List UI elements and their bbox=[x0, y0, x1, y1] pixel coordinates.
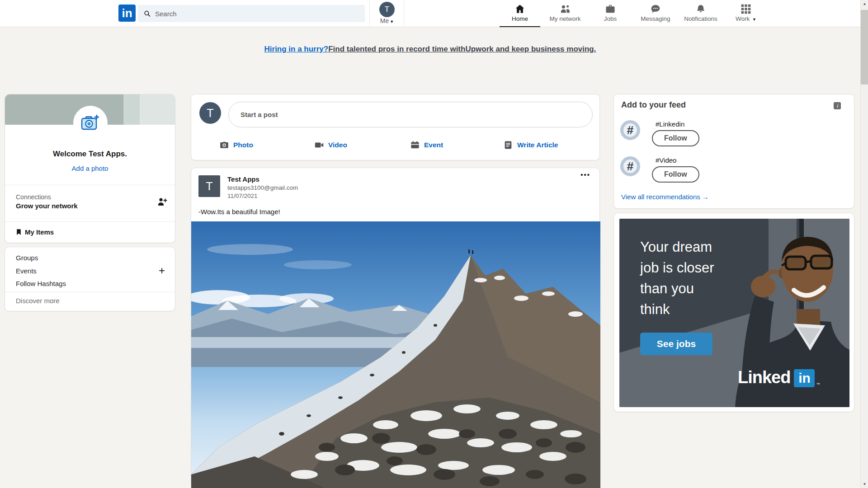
top-navigation-bar: in T Me▼ Home My network Jobs bbox=[0, 0, 860, 27]
nav-item-notifications[interactable]: Notifications bbox=[678, 0, 723, 27]
me-label-text: Me bbox=[380, 17, 389, 24]
messaging-icon bbox=[650, 3, 661, 15]
welcome-text: Welcome Test Apps. bbox=[5, 150, 175, 159]
nav-item-jobs[interactable]: Jobs bbox=[588, 0, 633, 27]
ad-card: Your dream job is closer than you think … bbox=[613, 213, 854, 412]
nav-item-work[interactable]: Work ▼ bbox=[723, 0, 769, 27]
grow-network-link[interactable]: Grow your network bbox=[16, 202, 78, 210]
bookmark-icon bbox=[15, 228, 23, 236]
brand-trademark: ™ bbox=[816, 382, 820, 387]
ad-headline-line: than you bbox=[640, 278, 714, 299]
nav-divider bbox=[369, 0, 370, 27]
scrollbar-down-arrow[interactable]: ▼ bbox=[861, 480, 868, 488]
camera-plus-icon bbox=[80, 114, 100, 132]
hashtag-icon: # bbox=[620, 156, 640, 176]
work-grid-icon bbox=[740, 3, 752, 15]
divider bbox=[5, 221, 175, 222]
banner-link[interactable]: Hiring in a hurry? bbox=[264, 45, 329, 53]
brand-word: Linked bbox=[738, 368, 790, 387]
video-button[interactable]: Video bbox=[314, 138, 347, 152]
hashtag-icon: # bbox=[620, 120, 640, 140]
divider bbox=[5, 292, 175, 292]
post-author-email: testapps3100@gmail.com bbox=[227, 184, 298, 191]
nav-item-my-network[interactable]: My network bbox=[542, 0, 588, 27]
add-connection-icon[interactable] bbox=[157, 197, 168, 209]
photo-camera-icon bbox=[219, 140, 229, 150]
follow-button[interactable]: Follow bbox=[652, 130, 699, 146]
divider bbox=[5, 185, 175, 185]
discover-more-link[interactable]: Discover more bbox=[16, 297, 60, 305]
page-scrollbar[interactable]: ▲ ▼ bbox=[860, 0, 868, 488]
primary-nav: Home My network Jobs Messaging Notificat… bbox=[497, 0, 769, 27]
ad-headline-line: think bbox=[640, 299, 714, 320]
follow-button[interactable]: Follow bbox=[652, 166, 699, 183]
chevron-down-icon: ▼ bbox=[390, 19, 394, 24]
search-icon bbox=[143, 9, 151, 18]
composer-avatar[interactable]: T bbox=[199, 102, 221, 124]
nav-label: Notifications bbox=[684, 15, 717, 22]
scrollbar-thumb[interactable] bbox=[861, 10, 868, 84]
me-avatar[interactable]: T bbox=[379, 2, 395, 17]
sidebar-item-groups[interactable]: Groups bbox=[16, 254, 38, 262]
sidebar-item-events[interactable]: Events bbox=[16, 267, 37, 275]
scrollbar-up-arrow[interactable]: ▲ bbox=[861, 0, 868, 8]
add-photo-link[interactable]: Add a photo bbox=[5, 164, 175, 172]
nav-label-text: Work bbox=[736, 15, 750, 22]
post-author-avatar[interactable]: T bbox=[198, 175, 220, 197]
post-composer-card: T Start a post Photo Video Event Write A… bbox=[191, 94, 600, 160]
linkedin-logo[interactable]: in bbox=[118, 5, 136, 22]
arrow-right-icon: → bbox=[702, 193, 709, 201]
ad-headline-line: job is closer bbox=[640, 258, 714, 278]
start-post-placeholder: Start a post bbox=[229, 102, 592, 127]
profile-photo-placeholder[interactable] bbox=[73, 106, 108, 140]
recommended-hashtag[interactable]: #Linkedin bbox=[656, 120, 684, 128]
me-label: Me▼ bbox=[371, 17, 403, 24]
search-box[interactable] bbox=[138, 5, 365, 22]
write-article-button[interactable]: Write Article bbox=[503, 138, 558, 152]
nav-label: Work ▼ bbox=[736, 15, 756, 22]
post-text: -Wow.Its a beautiful Image! bbox=[198, 208, 280, 216]
sidebar-item-follow-hashtags[interactable]: Follow Hashtags bbox=[16, 280, 66, 287]
linkedin-jobs-ad[interactable]: Your dream job is closer than you think … bbox=[619, 219, 849, 407]
recommended-hashtag[interactable]: #Video bbox=[656, 156, 676, 164]
connections-label: Connections bbox=[16, 193, 51, 201]
my-items-link[interactable]: My Items bbox=[15, 228, 54, 236]
linkedin-feed-page: in T Me▼ Home My network Jobs bbox=[0, 0, 868, 488]
article-icon bbox=[503, 140, 513, 150]
nav-divider bbox=[404, 0, 404, 27]
banner-message: Find talented pros in record time withUp… bbox=[328, 45, 596, 53]
brand-in-box: in bbox=[794, 369, 815, 387]
home-icon bbox=[514, 3, 526, 15]
post-mountain-image[interactable] bbox=[191, 221, 600, 488]
add-event-icon[interactable]: + bbox=[159, 265, 165, 276]
info-icon[interactable]: i bbox=[834, 102, 841, 109]
nav-label: My network bbox=[549, 15, 580, 22]
see-jobs-button[interactable]: See jobs bbox=[640, 333, 712, 355]
feed-post-card: T Test Apps testapps3100@gmail.com 11/07… bbox=[191, 168, 600, 488]
chevron-down-icon: ▼ bbox=[752, 17, 756, 22]
post-author-name[interactable]: Test Apps bbox=[227, 175, 259, 183]
nav-item-me[interactable]: T Me▼ bbox=[371, 0, 403, 27]
add-to-feed-title: Add to your feed bbox=[621, 100, 686, 110]
promo-banner: Hiring in a hurry?Find talented pros in … bbox=[0, 45, 860, 54]
event-button-label: Event bbox=[424, 141, 443, 149]
ad-headline: Your dream job is closer than you think bbox=[640, 237, 714, 320]
search-input[interactable] bbox=[155, 10, 359, 18]
notifications-bell-icon bbox=[695, 3, 707, 15]
write-article-button-label: Write Article bbox=[517, 141, 558, 149]
post-options-menu-icon[interactable]: ••• bbox=[580, 171, 590, 178]
video-camera-icon bbox=[314, 140, 324, 150]
nav-item-home[interactable]: Home bbox=[497, 0, 542, 27]
calendar-icon bbox=[410, 140, 420, 150]
event-button[interactable]: Event bbox=[410, 138, 443, 152]
photo-button[interactable]: Photo bbox=[219, 138, 253, 152]
post-date: 11/07/2021 bbox=[227, 192, 258, 199]
linkedin-brand-logo: Linked in ™ bbox=[738, 368, 820, 387]
photo-button-label: Photo bbox=[233, 141, 253, 149]
nav-label: Home bbox=[512, 15, 528, 22]
view-all-label: View all recommendations bbox=[621, 193, 700, 201]
view-all-recommendations-link[interactable]: View all recommendations→ bbox=[621, 193, 709, 201]
start-post-button[interactable]: Start a post bbox=[228, 102, 593, 127]
jobs-icon bbox=[604, 3, 616, 15]
nav-item-messaging[interactable]: Messaging bbox=[633, 0, 678, 27]
